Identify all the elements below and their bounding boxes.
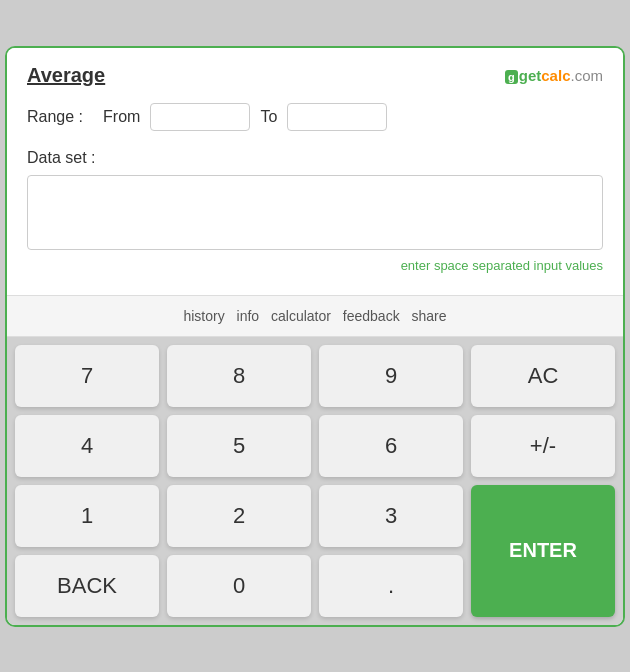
tab-code[interactable]: history info calculator feedback share [175,306,454,326]
header-row: Average ggetcalc.com [27,64,603,87]
range-to-label: To [260,108,277,126]
logo-get: get [519,67,542,84]
key-back[interactable]: BACK [15,555,159,617]
key-dot[interactable]: . [319,555,463,617]
range-to-input[interactable] [287,103,387,131]
key-6[interactable]: 6 [319,415,463,477]
key-enter[interactable]: ENTER [471,485,615,617]
range-from-label: From [103,108,140,126]
logo-com: .com [570,67,603,84]
logo-calc: calc [541,67,570,84]
top-section: Average ggetcalc.com Range : From To Dat… [7,48,623,287]
range-label: Range : [27,108,83,126]
dataset-label: Data set : [27,149,603,167]
range-row: Range : From To [27,103,603,131]
calculator-container: Average ggetcalc.com Range : From To Dat… [5,46,625,627]
key-8[interactable]: 8 [167,345,311,407]
tabs-row: history info calculator feedback share [7,296,623,337]
key-0[interactable]: 0 [167,555,311,617]
tab-feedback[interactable]: feedback [339,306,404,326]
tab-share[interactable]: share [408,306,451,326]
key-2[interactable]: 2 [167,485,311,547]
tab-history[interactable]: history [179,306,228,326]
key-1[interactable]: 1 [15,485,159,547]
key-4[interactable]: 4 [15,415,159,477]
key-5[interactable]: 5 [167,415,311,477]
keypad-grid: 7 8 9 AC 4 5 6 +/- 1 2 3 ENTER BACK 0 . [15,345,615,617]
page-title: Average [27,64,105,87]
tab-calculator[interactable]: calculator [267,306,335,326]
logo: ggetcalc.com [505,67,603,84]
key-9[interactable]: 9 [319,345,463,407]
tab-info[interactable]: info [233,306,264,326]
key-plusminus[interactable]: +/- [471,415,615,477]
key-3[interactable]: 3 [319,485,463,547]
range-from-input[interactable] [150,103,250,131]
key-7[interactable]: 7 [15,345,159,407]
logo-icon: g [505,70,518,84]
keypad-section: 7 8 9 AC 4 5 6 +/- 1 2 3 ENTER BACK 0 . [7,337,623,625]
dataset-textarea[interactable] [27,175,603,250]
dataset-hint: enter space separated input values [27,258,603,273]
key-ac[interactable]: AC [471,345,615,407]
